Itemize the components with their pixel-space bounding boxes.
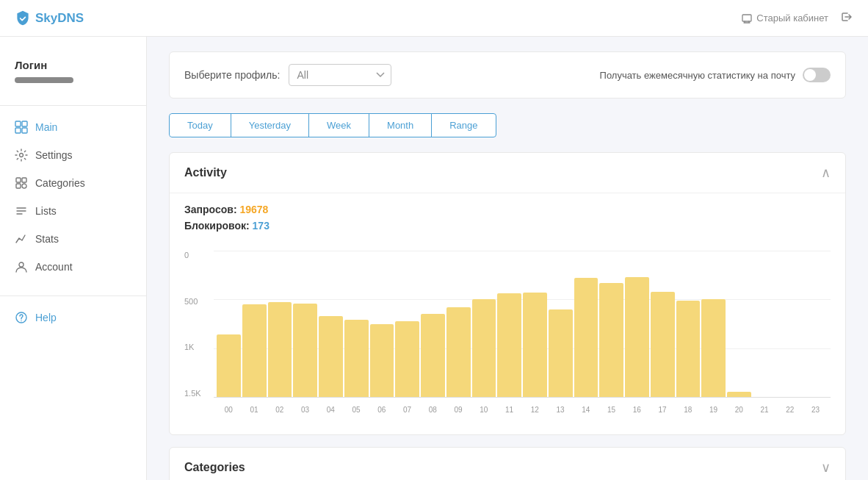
sidebar-nav: Main Settings Categories	[0, 113, 146, 281]
x-label: 00	[217, 406, 241, 414]
x-label: 07	[395, 406, 419, 414]
svg-point-13	[19, 262, 23, 267]
categories-section-header[interactable]: Categories ∨	[170, 448, 845, 480]
profile-label: Выберите профиль:	[184, 69, 280, 81]
sidebar-item-settings[interactable]: Settings	[0, 141, 146, 169]
old-cabinet-link[interactable]: Старый кабинет	[741, 12, 828, 24]
bar	[395, 321, 419, 397]
bar	[242, 304, 267, 397]
chart-area	[214, 251, 831, 398]
requests-stat: Запросов: 19678	[184, 204, 831, 215]
activity-body: Запросов: 19678 Блокировок: 173 1.5K 1K	[170, 193, 845, 434]
blocks-label: Блокировок:	[184, 220, 250, 232]
bar-col	[753, 251, 777, 397]
tab-week[interactable]: Week	[308, 113, 369, 137]
bar-col	[446, 251, 471, 397]
categories-title: Categories	[184, 461, 245, 474]
settings-icon	[15, 148, 28, 162]
x-label: 11	[497, 406, 521, 414]
bar	[574, 278, 598, 397]
sidebar-item-stats[interactable]: Stats	[0, 225, 146, 253]
x-label: 14	[574, 406, 598, 414]
bar	[523, 293, 547, 397]
bar-col	[599, 251, 623, 397]
y-label-0: 0	[184, 251, 212, 259]
logout-icon[interactable]	[840, 10, 853, 26]
logo-shield-icon	[15, 10, 31, 26]
layout: Логин Main Settings	[0, 37, 868, 480]
svg-rect-8	[16, 184, 21, 188]
bar	[268, 302, 292, 397]
bar	[421, 314, 445, 397]
bar-col	[293, 251, 317, 397]
main-content: Выберите профиль: All Получать ежемесячн…	[147, 37, 868, 480]
bar	[599, 283, 623, 397]
tab-yesterday[interactable]: Yesterday	[231, 113, 309, 137]
sidebar-item-categories[interactable]: Categories	[0, 169, 146, 197]
bar	[319, 316, 343, 397]
bar	[497, 293, 521, 397]
svg-rect-7	[22, 178, 26, 182]
activity-section-header[interactable]: Activity ∧	[170, 153, 845, 193]
profile-select[interactable]: All	[289, 64, 391, 86]
categories-section: Categories ∨	[169, 447, 846, 480]
tab-month[interactable]: Month	[369, 113, 432, 137]
sidebar-item-main[interactable]: Main	[0, 113, 146, 141]
sidebar: Логин Main Settings	[0, 37, 147, 480]
blocks-value: 173	[253, 220, 270, 232]
x-label: 12	[523, 406, 547, 414]
x-label: 01	[242, 406, 267, 414]
tab-range[interactable]: Range	[431, 113, 496, 137]
bar	[472, 299, 496, 397]
bar	[701, 299, 726, 397]
sidebar-user: Логин	[0, 51, 146, 98]
svg-point-5	[20, 154, 23, 157]
x-label: 18	[676, 406, 701, 414]
x-label: 15	[599, 406, 623, 414]
logo: SkyDNS	[15, 10, 84, 26]
profile-select-group: Выберите профиль: All	[184, 64, 391, 86]
bar-col	[574, 251, 598, 397]
sidebar-username: Логин	[15, 59, 131, 71]
activity-title: Activity	[184, 166, 227, 179]
bar	[651, 292, 675, 397]
lists-icon	[15, 204, 28, 218]
x-label: 02	[268, 406, 292, 414]
email-stat-group: Получать ежемесячную статистику на почту	[600, 68, 831, 82]
x-label: 13	[549, 406, 573, 414]
sidebar-item-help[interactable]: Help	[0, 304, 146, 332]
help-icon	[15, 311, 28, 324]
activity-collapse-icon: ∧	[821, 165, 831, 181]
sidebar-item-lists[interactable]: Lists	[0, 197, 146, 225]
sidebar-lists-label: Lists	[35, 205, 57, 217]
sidebar-main-label: Main	[35, 121, 57, 133]
x-label: 05	[344, 406, 369, 414]
svg-rect-6	[16, 178, 21, 182]
sidebar-settings-label: Settings	[35, 149, 73, 161]
bar-col	[421, 251, 445, 397]
blocks-stat: Блокировок: 173	[184, 220, 831, 232]
bar-col	[217, 251, 241, 397]
period-tabs: Today Yesterday Week Month Range	[169, 113, 846, 137]
tab-today[interactable]: Today	[169, 113, 231, 137]
sidebar-user-bar	[15, 77, 73, 83]
email-stat-toggle[interactable]	[803, 68, 831, 82]
topbar-right: Старый кабинет	[741, 10, 853, 26]
bar-col	[523, 251, 547, 397]
sidebar-help-label: Help	[35, 312, 57, 323]
sidebar-item-account[interactable]: Account	[0, 253, 146, 281]
bar-col	[676, 251, 701, 397]
x-label: 23	[803, 406, 828, 414]
bar-col	[549, 251, 573, 397]
activity-section: Activity ∧ Запросов: 19678 Блокировок: 1…	[169, 152, 846, 435]
bar-col	[472, 251, 496, 397]
svg-point-15	[21, 320, 21, 321]
bar-col	[242, 251, 267, 397]
svg-rect-1	[15, 121, 21, 126]
sidebar-divider	[0, 105, 146, 106]
y-label-500: 500	[184, 297, 212, 306]
controls-bar: Выберите профиль: All Получать ежемесячн…	[169, 51, 846, 98]
x-label: 21	[753, 406, 777, 414]
stats-row: Запросов: 19678 Блокировок: 173	[184, 193, 831, 243]
y-label-1000: 1K	[184, 343, 212, 351]
